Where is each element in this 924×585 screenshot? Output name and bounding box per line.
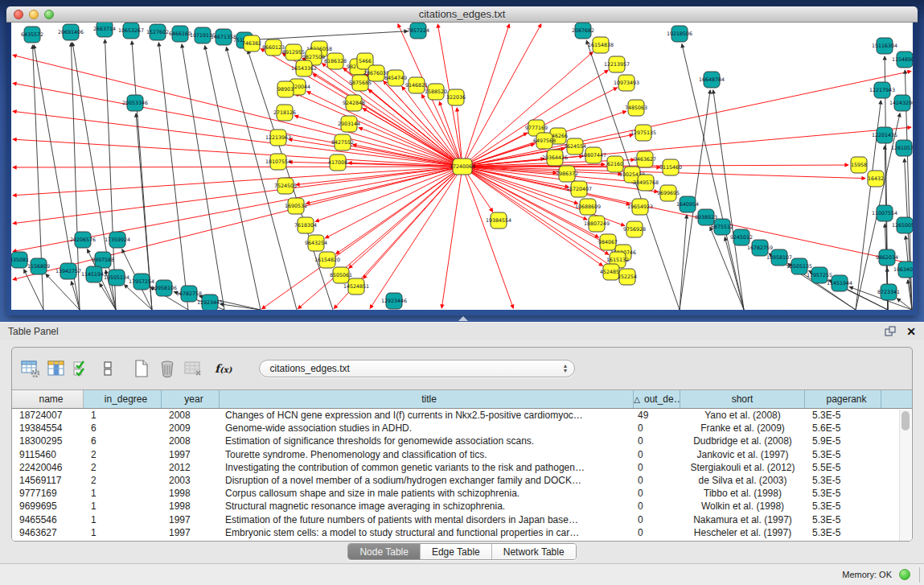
- table-cell[interactable]: Genome-wide association studies in ADHD.: [220, 422, 634, 434]
- graph-node[interactable]: 252254: [618, 269, 637, 285]
- table-cell[interactable]: 6: [84, 435, 162, 447]
- graph-node[interactable]: 19654923: [627, 199, 653, 215]
- table-settings-icon[interactable]: [18, 356, 43, 381]
- graph-node[interactable]: 15116304: [872, 38, 897, 54]
- table-cell[interactable]: 0: [634, 514, 680, 525]
- graph-node[interactable]: 8454749: [384, 70, 407, 86]
- table-cell[interactable]: Estimation of the future numbers of pati…: [220, 514, 634, 525]
- graph-node[interactable]: 13942757: [55, 263, 81, 279]
- graph-node[interactable]: 6435572: [21, 27, 43, 43]
- graph-node[interactable]: 13505134: [104, 270, 129, 286]
- table-cell[interactable]: 2: [84, 449, 162, 460]
- table-row[interactable]: 946362711997Embryonic stem cells: a mode…: [12, 526, 899, 539]
- graph-node[interactable]: 8912955: [282, 44, 305, 60]
- table-cell[interactable]: 2008: [162, 410, 220, 421]
- table-row[interactable]: 911546021997Tourette syndrome. Phenomeno…: [12, 448, 899, 461]
- row-height-icon[interactable]: [96, 356, 120, 381]
- graph-node[interactable]: 9397588: [92, 252, 114, 268]
- graph-node[interactable]: 20206576: [70, 232, 96, 248]
- select-rows-icon[interactable]: [70, 356, 94, 381]
- table-cell[interactable]: 2: [84, 475, 162, 486]
- table-cell[interactable]: 5.9E-5: [805, 435, 881, 447]
- table-cell[interactable]: 5.3E-5: [805, 449, 881, 460]
- graph-node[interactable]: 11007554: [872, 205, 897, 221]
- network-canvas[interactable]: 1724006464355722069140626637141065326715…: [11, 23, 913, 310]
- table-cell[interactable]: 1: [84, 488, 162, 499]
- graph-node[interactable]: 19218506: [667, 26, 692, 42]
- graph-node[interactable]: 12923446: [381, 293, 407, 309]
- show-columns-icon[interactable]: [44, 356, 68, 381]
- graph-node[interactable]: 1690531: [285, 198, 307, 214]
- graph-node[interactable]: 1156809: [27, 258, 50, 274]
- graph-node[interactable]: 322036: [446, 89, 466, 105]
- table-cell[interactable]: Estimation of significance thresholds fo…: [220, 435, 634, 447]
- table-cell[interactable]: 1997: [162, 514, 220, 525]
- table-cell[interactable]: 19384554: [12, 422, 84, 434]
- table-cell[interactable]: 1: [84, 410, 162, 421]
- table-cell[interactable]: 5.5E-5: [805, 462, 881, 473]
- graph-node[interactable]: 9242848: [343, 95, 365, 111]
- graph-node[interactable]: 15958: [851, 157, 867, 173]
- table-cell[interactable]: 18724007: [12, 410, 84, 421]
- graph-node[interactable]: 10653267: [118, 23, 144, 39]
- table-cell[interactable]: 9115460: [12, 449, 84, 460]
- graph-node[interactable]: 1588520: [425, 84, 447, 100]
- graph-node[interactable]: 746382: [242, 35, 261, 51]
- table-cell[interactable]: 2009: [162, 422, 220, 434]
- graph-node[interactable]: 7618304: [294, 217, 317, 233]
- graph-node[interactable]: 8723341: [877, 284, 900, 300]
- table-cell[interactable]: 5.3E-5: [805, 410, 881, 421]
- table-cell[interactable]: 0: [634, 475, 680, 486]
- graph-node[interactable]: 2663714: [93, 23, 116, 37]
- graph-node[interactable]: 9245012: [730, 229, 753, 245]
- graph-node[interactable]: 17240064: [450, 159, 475, 175]
- graph-node[interactable]: 7485063: [625, 100, 647, 116]
- table-cell[interactable]: 1998: [162, 488, 220, 499]
- graph-node[interactable]: 5875685: [349, 75, 372, 91]
- graph-node[interactable]: 6875512: [711, 219, 733, 235]
- graph-node[interactable]: 20691406: [58, 24, 84, 40]
- table-cell[interactable]: 1997: [162, 449, 220, 460]
- table-cell[interactable]: Disruption of a novel member of a sodium…: [220, 475, 634, 486]
- network-window-titlebar[interactable]: citations_edges.txt: [6, 6, 918, 23]
- panel-resize-grip[interactable]: [458, 316, 468, 321]
- table-header-cell[interactable]: short: [680, 390, 805, 408]
- table-scrollbar[interactable]: [899, 410, 911, 542]
- table-cell[interactable]: 5.3E-5: [805, 475, 881, 486]
- close-panel-icon[interactable]: ✕: [906, 326, 916, 337]
- table-cell[interactable]: Yano et al. (2008): [680, 410, 805, 421]
- table-header-cell[interactable]: name: [12, 390, 84, 408]
- table-cell[interactable]: 5.3E-5: [805, 527, 881, 538]
- table-row[interactable]: 969969511998Structural magnetic resonanc…: [12, 500, 899, 513]
- import-disabled-icon[interactable]: [181, 356, 205, 381]
- graph-node[interactable]: 8427552: [331, 134, 354, 150]
- table-cell[interactable]: Changes of HCN gene expression and I(f) …: [220, 410, 634, 421]
- table-row[interactable]: 1830029562008Estimation of significance …: [12, 435, 899, 447]
- table-cell[interactable]: 1: [84, 501, 162, 512]
- table-cell[interactable]: 9777169: [12, 488, 84, 499]
- graph-node[interactable]: 8186328: [324, 53, 347, 69]
- graph-node[interactable]: 9115460: [659, 159, 682, 175]
- table-row[interactable]: 2242004622012Investigating the contribut…: [12, 461, 899, 474]
- table-cell[interactable]: 0: [634, 527, 680, 538]
- graph-node[interactable]: 12217943: [869, 82, 895, 98]
- table-cell[interactable]: Tourette syndrome. Phenomenology and cla…: [220, 449, 634, 460]
- table-cell[interactable]: 0: [634, 435, 680, 447]
- table-header-cell[interactable]: title: [220, 390, 634, 408]
- table-cell[interactable]: Franke et al. (2009): [680, 422, 805, 434]
- graph-node[interactable]: 16648784: [699, 72, 725, 88]
- table-cell[interactable]: 14569117: [12, 475, 84, 486]
- table-cell[interactable]: 0: [634, 449, 680, 460]
- graph-node[interactable]: 9643254: [305, 235, 327, 251]
- table-cell[interactable]: Corpus callosum shape and size in male p…: [220, 488, 634, 499]
- graph-node[interactable]: 9756928: [623, 221, 646, 237]
- graph-node[interactable]: 11548908: [892, 51, 913, 68]
- table-cell[interactable]: Tibbo et al. (1998): [680, 488, 805, 499]
- table-cell[interactable]: 1: [84, 527, 162, 538]
- graph-node[interactable]: 10973493: [614, 75, 639, 91]
- tab-edge-table[interactable]: Edge Table: [421, 544, 492, 559]
- graph-node[interactable]: 10688609: [575, 199, 601, 215]
- graph-node[interactable]: 18807249: [584, 216, 610, 232]
- graph-node[interactable]: 2903144: [338, 116, 360, 132]
- table-header-cell[interactable]: year: [162, 390, 220, 408]
